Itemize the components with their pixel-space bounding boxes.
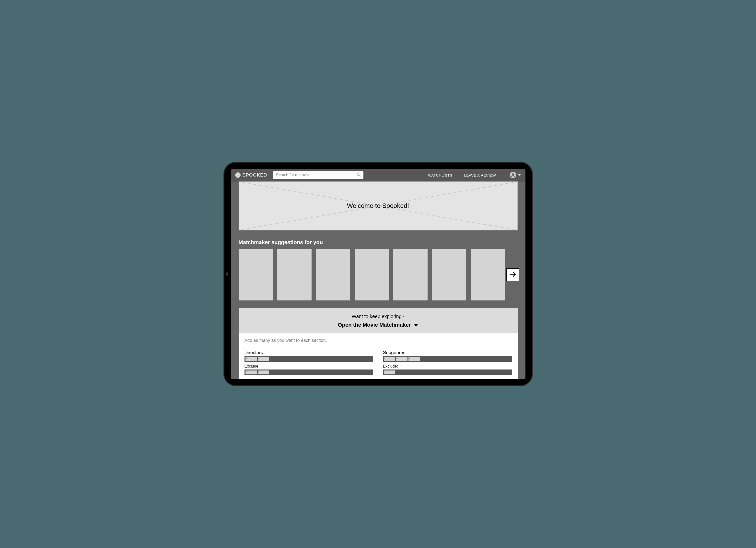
avatar-icon <box>510 172 516 178</box>
search-icon <box>357 172 361 178</box>
chevron-down-icon <box>518 173 521 177</box>
carousel-next-button[interactable] <box>506 268 519 281</box>
matchmaker-column: Directors:Exclude: <box>244 350 373 377</box>
tag-chip[interactable] <box>258 371 269 374</box>
svg-point-0 <box>357 173 360 176</box>
suggestions-heading: Matchmaker suggestions for you <box>239 239 518 245</box>
topbar: SPOOKED WATCHLISTS LEAVE A REVIEW <box>231 169 525 181</box>
open-matchmaker-toggle[interactable]: Open the Movie Matchmaker <box>338 322 418 328</box>
exclude-label: Exclude: <box>244 364 373 369</box>
tablet-frame: SPOOKED WATCHLISTS LEAVE A REVIEW <box>224 162 532 386</box>
explore-subtitle: Want to keep exploring? <box>239 314 518 319</box>
hero-title: Welcome to Spooked! <box>347 202 409 209</box>
tag-chip[interactable] <box>384 357 395 361</box>
matchmaker-hint: Add as many as you want to each section. <box>244 338 512 343</box>
nav-leave-review[interactable]: LEAVE A REVIEW <box>464 173 496 177</box>
matchmaker-column: Subgenres:Exclude: <box>383 350 512 377</box>
chevron-down-icon <box>414 322 418 328</box>
brand[interactable]: SPOOKED <box>235 172 267 178</box>
tag-chip[interactable] <box>408 357 420 361</box>
search-input[interactable] <box>273 171 363 179</box>
suggestion-card[interactable] <box>316 249 350 301</box>
search-container <box>273 171 363 179</box>
tag-chip[interactable] <box>396 357 407 361</box>
arrow-right-icon <box>509 270 517 279</box>
suggestion-card[interactable] <box>393 249 428 301</box>
include-tag-bar[interactable] <box>383 356 512 362</box>
suggestion-card[interactable] <box>471 249 505 301</box>
suggestion-card[interactable] <box>277 249 312 301</box>
nav-watchlists[interactable]: WATCHLISTS <box>428 173 452 177</box>
matchmaker-column-label: Directors: <box>244 350 373 355</box>
brand-logo-icon <box>235 172 241 178</box>
suggestion-card[interactable] <box>355 249 389 301</box>
open-matchmaker-label: Open the Movie Matchmaker <box>338 322 411 328</box>
brand-name: SPOOKED <box>243 172 267 178</box>
matchmaker-panel: Add as many as you want to each section.… <box>239 333 518 379</box>
tag-chip[interactable] <box>245 371 257 374</box>
tag-chip[interactable] <box>258 357 269 361</box>
hero-banner: Welcome to Spooked! <box>239 181 518 230</box>
exclude-tag-bar[interactable] <box>244 370 373 375</box>
content-scroll[interactable]: Welcome to Spooked! Matchmaker suggestio… <box>231 181 525 379</box>
suggestions-carousel <box>239 249 518 301</box>
exclude-label: Exclude: <box>383 364 512 369</box>
exclude-tag-bar[interactable] <box>383 370 512 375</box>
tag-chip[interactable] <box>245 357 257 361</box>
tag-chip[interactable] <box>384 371 395 374</box>
svg-marker-7 <box>414 324 418 327</box>
svg-line-1 <box>360 175 361 176</box>
include-tag-bar[interactable] <box>244 356 373 362</box>
svg-marker-3 <box>518 174 521 176</box>
account-menu[interactable] <box>510 172 521 178</box>
suggestion-card[interactable] <box>239 249 273 301</box>
app-screen: SPOOKED WATCHLISTS LEAVE A REVIEW <box>231 169 525 379</box>
tablet-sensor <box>226 272 228 276</box>
matchmaker-column-label: Subgenres: <box>383 350 512 355</box>
suggestion-card[interactable] <box>432 249 466 301</box>
svg-point-2 <box>512 174 514 175</box>
explore-panel: Want to keep exploring? Open the Movie M… <box>239 308 518 333</box>
